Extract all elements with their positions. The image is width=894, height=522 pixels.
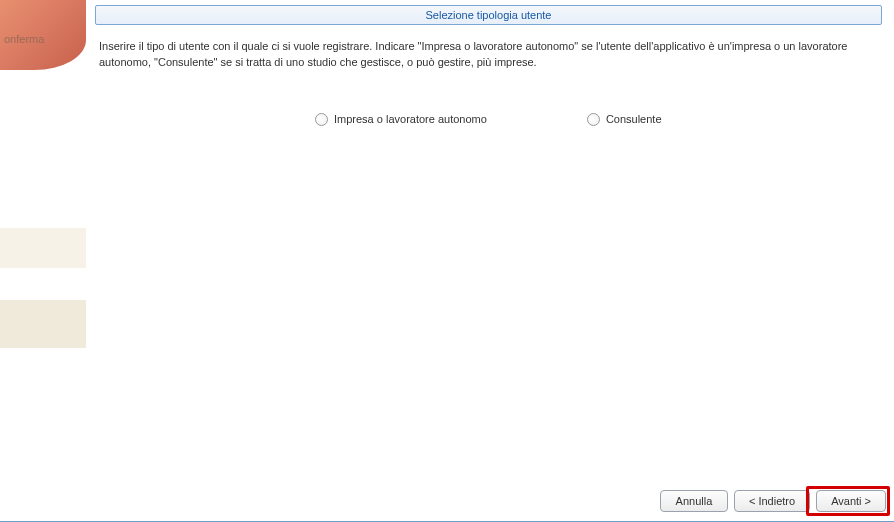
radio-impresa-label: Impresa o lavoratore autonomo: [334, 113, 487, 125]
main-panel: Selezione tipologia utente Inserire il t…: [95, 5, 882, 474]
panel-description: Inserire il tipo di utente con il quale …: [95, 25, 882, 71]
sidebar-band: [0, 228, 86, 268]
cancel-button[interactable]: Annulla: [660, 490, 728, 512]
panel-title: Selezione tipologia utente: [95, 5, 882, 25]
sidebar-band: [0, 300, 86, 348]
radio-impresa[interactable]: Impresa o lavoratore autonomo: [315, 113, 487, 126]
user-type-radio-group: Impresa o lavoratore autonomo Consulente: [95, 113, 882, 126]
sidebar: onferma: [0, 0, 86, 522]
next-button[interactable]: Avanti >: [816, 490, 886, 512]
radio-consulente[interactable]: Consulente: [587, 113, 662, 126]
radio-consulente-label: Consulente: [606, 113, 662, 125]
radio-icon: [587, 113, 600, 126]
back-button[interactable]: < Indietro: [734, 490, 810, 512]
radio-icon: [315, 113, 328, 126]
sidebar-step-label: onferma: [0, 33, 44, 45]
wizard-footer: Annulla < Indietro Avanti >: [660, 490, 886, 512]
